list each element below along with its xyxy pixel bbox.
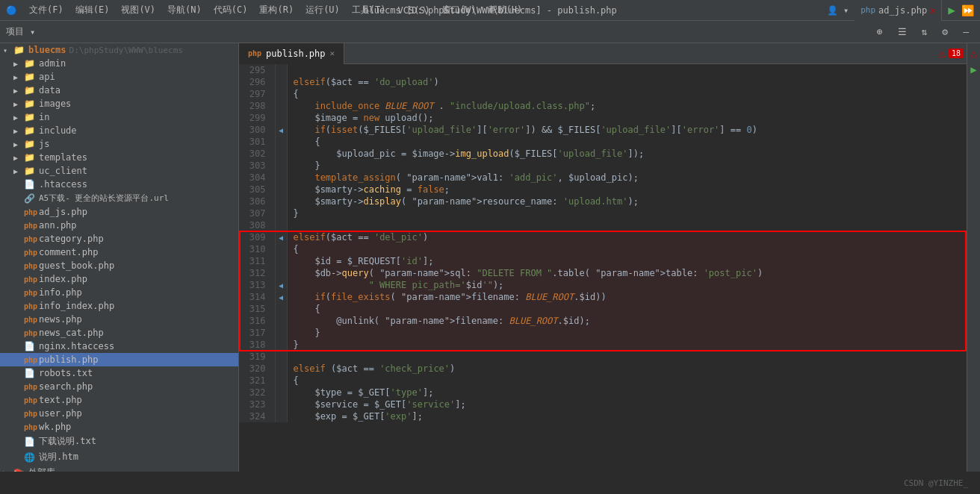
ad-tab-close[interactable]: ✕ <box>930 5 935 16</box>
line-code[interactable] <box>287 351 967 363</box>
line-code[interactable]: " WHERE pic_path='$id'"); <box>287 279 967 291</box>
sidebar-item-download-txt[interactable]: 📄 下载说明.txt <box>0 434 238 449</box>
sidebar-item-admin[interactable]: ▶ 📁 admin <box>0 57 238 70</box>
line-gutter <box>275 315 287 327</box>
line-code[interactable]: { <box>287 303 967 315</box>
file-tab-publish[interactable]: php publish.php ✕ <box>239 43 344 64</box>
icon-minimize[interactable]: — <box>958 24 974 40</box>
sidebar-item-root[interactable]: ▾ 📁 bluecms D:\phpStudy\WWW\bluecms <box>0 43 238 57</box>
icon-sort[interactable]: ⇅ <box>917 24 933 40</box>
sidebar-item-news-cat[interactable]: php news_cat.php <box>0 326 238 340</box>
line-code[interactable]: } <box>287 327 967 339</box>
table-row: 316 @unlink( "param-name">filename: BLUE… <box>239 315 967 327</box>
sidebar-item-in[interactable]: ▶ 📁 in <box>0 110 238 124</box>
run-button[interactable]: ▶ <box>948 3 955 17</box>
menu-help[interactable]: 帮助(H) <box>483 1 529 19</box>
line-code[interactable]: $upload_pic = $image->img_upload($_FILES… <box>287 148 967 160</box>
line-code[interactable]: @unlink( "param-name">filename: BLUE_ROO… <box>287 315 967 327</box>
menu-refactor[interactable]: 重构(R) <box>253 1 300 19</box>
line-code[interactable]: { <box>287 88 967 100</box>
item-label: 下载说明.txt <box>39 435 96 448</box>
line-code[interactable]: $type = $_GET['type']; <box>287 387 967 398</box>
menu-edit[interactable]: 编辑(E) <box>69 1 116 19</box>
sidebar-item-category[interactable]: php category.php <box>0 232 238 246</box>
menu-tools[interactable]: 工具(T) <box>346 1 392 19</box>
sidebar-item-external-libs[interactable]: ▶ 📚 外部库 <box>0 465 238 472</box>
line-code[interactable]: } <box>287 339 967 351</box>
line-code[interactable] <box>287 219 967 231</box>
line-code[interactable]: $smarty->caching = false; <box>287 184 967 196</box>
line-code[interactable]: { <box>287 375 967 387</box>
sidebar-item-js[interactable]: ▶ 📁 js <box>0 137 238 151</box>
menu-file[interactable]: 文件(F) <box>23 1 69 19</box>
folder-icon: 📁 <box>24 112 36 122</box>
code-editor[interactable]: 295 296elseif($act == 'do_upload')297{29… <box>239 64 967 472</box>
line-code[interactable]: { <box>287 136 967 148</box>
sidebar-item-robots[interactable]: 📄 robots.txt <box>0 366 238 380</box>
sidebar-item-templates[interactable]: ▶ 📁 templates <box>0 151 238 164</box>
sidebar-item-publish[interactable]: php publish.php <box>0 353 238 366</box>
sidebar-item-readme-htm[interactable]: 🌐 说明.htm <box>0 449 238 465</box>
folder-icon: 📁 <box>13 45 25 55</box>
ad-tab[interactable]: php ad_js.php ✕ <box>855 0 942 21</box>
line-gutter: ◀ <box>275 231 287 243</box>
line-code[interactable]: $exp = $_GET['exp']; <box>287 410 967 422</box>
sidebar-item-comment[interactable]: php comment.php <box>0 246 238 259</box>
line-code[interactable] <box>287 64 967 76</box>
line-code[interactable]: } <box>287 160 967 172</box>
line-code[interactable]: elseif($act == 'del_pic') <box>287 231 967 243</box>
icon-list[interactable]: ☰ <box>893 24 912 40</box>
sidebar-item-info[interactable]: php info.php <box>0 286 238 299</box>
menu-code[interactable]: 代码(C) <box>208 1 254 19</box>
line-gutter <box>275 219 287 231</box>
sidebar-item-api[interactable]: ▶ 📁 api <box>0 70 238 84</box>
line-code[interactable]: { <box>287 243 967 255</box>
line-code[interactable]: $smarty->display( "param-name">resource_… <box>287 196 967 207</box>
sidebar-item-wk[interactable]: php wk.php <box>0 420 238 434</box>
line-code[interactable]: $image = new upload(); <box>287 112 967 124</box>
menu-window[interactable]: 窗口(W) <box>436 1 483 19</box>
line-code[interactable]: elseif($act == 'do_upload') <box>287 76 967 88</box>
menu-nav[interactable]: 导航(N) <box>161 1 208 19</box>
sidebar-item-include[interactable]: ▶ 📁 include <box>0 124 238 137</box>
line-code[interactable]: $service = $_GET['service']; <box>287 398 967 410</box>
sidebar-item-user[interactable]: php user.php <box>0 407 238 420</box>
menu-vcs[interactable]: VCS(S) <box>392 2 436 19</box>
sidebar-item-search[interactable]: php search.php <box>0 380 238 393</box>
debug-button[interactable]: ⏩ <box>961 4 974 16</box>
menu-view[interactable]: 视图(V) <box>115 1 161 19</box>
menu-run[interactable]: 运行(U) <box>300 1 346 19</box>
line-gutter <box>275 196 287 207</box>
line-code[interactable]: include_once BLUE_ROOT . "include/upload… <box>287 100 967 112</box>
icon-add[interactable]: ⊕ <box>872 24 888 40</box>
arrow-icon: ▾ <box>3 46 13 54</box>
sidebar-item-a5[interactable]: 🔗 A5下载- 更全的站长资源平台.url <box>0 191 238 205</box>
line-code[interactable]: $id = $_REQUEST['id']; <box>287 255 967 267</box>
sidebar-item-uc-client[interactable]: ▶ 📁 uc_client <box>0 164 238 178</box>
line-code[interactable]: elseif ($act == 'check_price') <box>287 363 967 375</box>
sidebar-item-guest-book[interactable]: php guest_book.php <box>0 259 238 272</box>
panel-error-icon[interactable]: ⚠ <box>970 46 978 60</box>
sidebar-item-images[interactable]: ▶ 📁 images <box>0 97 238 110</box>
line-code[interactable]: template_assign( "param-name">val1: 'add… <box>287 172 967 184</box>
icon-settings[interactable]: ⚙ <box>937 24 953 40</box>
line-code[interactable]: $db->query( "param-name">sql: "DELETE FR… <box>287 267 967 279</box>
sidebar-item-news[interactable]: php news.php <box>0 313 238 326</box>
project-arrow[interactable]: ▾ <box>30 27 35 37</box>
line-code[interactable]: if(file_exists( "param-name">filename: B… <box>287 291 967 303</box>
php-icon: php <box>24 356 36 364</box>
user-icon[interactable]: 👤 ▾ <box>827 5 849 16</box>
sidebar-item-index[interactable]: php index.php <box>0 272 238 286</box>
sidebar-item-ann[interactable]: php ann.php <box>0 219 238 232</box>
sidebar-item-info-index[interactable]: php info_index.php <box>0 299 238 313</box>
sidebar-item-nginx[interactable]: 📄 nginx.htaccess <box>0 340 238 353</box>
sidebar-item-text[interactable]: php text.php <box>0 393 238 407</box>
file-tab-close[interactable]: ✕ <box>330 49 335 58</box>
sidebar-item-data[interactable]: ▶ 📁 data <box>0 84 238 97</box>
sidebar-item-htaccess[interactable]: 📄 .htaccess <box>0 178 238 191</box>
panel-run-icon[interactable]: ▶ <box>970 63 976 75</box>
line-gutter <box>275 303 287 315</box>
sidebar-item-ad-js[interactable]: php ad_js.php <box>0 205 238 219</box>
line-code[interactable]: } <box>287 207 967 219</box>
line-code[interactable]: if(isset($_FILES['upload_file']['error']… <box>287 124 967 136</box>
